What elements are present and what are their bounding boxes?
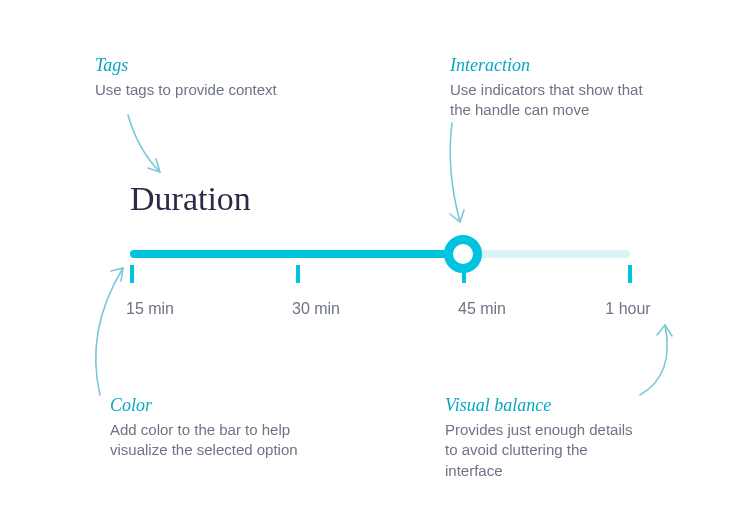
callout-color-body: Add color to the bar to help visualize t… [110,420,310,461]
slider-track-fill [130,250,463,258]
callout-interaction: Interaction Use indicators that show tha… [450,55,650,121]
arrow-interaction [438,120,478,230]
callout-tags: Tags Use tags to provide context [95,55,277,100]
callout-balance: Visual balance Provides just enough deta… [445,395,645,481]
slider-tick [296,265,300,283]
callout-color: Color Add color to the bar to help visua… [110,395,310,461]
slider-title: Duration [130,180,251,218]
slider-tick [628,265,632,283]
arrow-tags [120,110,180,190]
callout-tags-title: Tags [95,55,277,76]
arrow-balance [630,320,690,410]
callout-balance-title: Visual balance [445,395,645,416]
callout-interaction-body: Use indicators that show that the handle… [450,80,650,121]
callout-balance-body: Provides just enough details to avoid cl… [445,420,645,481]
arrow-color [75,260,135,400]
slider-tick-label: 45 min [458,300,506,318]
slider-tick-label: 30 min [292,300,340,318]
callout-tags-body: Use tags to provide context [95,80,277,100]
callout-interaction-title: Interaction [450,55,650,76]
callout-color-title: Color [110,395,310,416]
slider-tick-label: 1 hour [605,300,650,318]
slider-handle[interactable] [444,235,482,273]
